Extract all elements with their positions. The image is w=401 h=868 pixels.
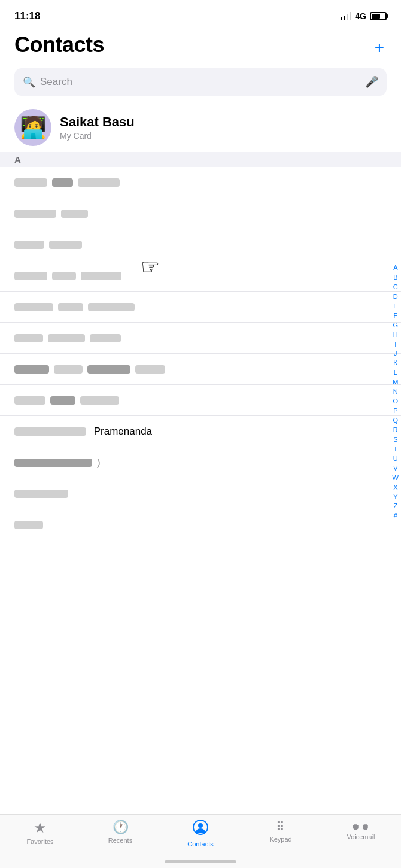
- status-bar: 11:18 4G: [0, 0, 401, 30]
- contact-suffix: ): [97, 457, 101, 469]
- tab-voicemail[interactable]: ⏺⏺ Voicemail: [321, 820, 401, 840]
- page-header: Contacts +: [0, 30, 401, 59]
- my-card-info: Saikat Basu My Card: [60, 114, 135, 141]
- list-item[interactable]: [0, 260, 401, 292]
- alpha-index[interactable]: A B C D E F G H I J K L M N O P Q R S T …: [393, 263, 401, 521]
- list-item[interactable]: [0, 385, 401, 416]
- alpha-Q[interactable]: Q: [393, 416, 399, 426]
- section-header-a: A: [0, 152, 401, 167]
- page-title: Contacts: [14, 32, 104, 57]
- alpha-S[interactable]: S: [393, 435, 397, 445]
- contact-list: Pramenanda ): [0, 167, 401, 541]
- tab-favorites-label: Favorites: [26, 838, 53, 845]
- alpha-K[interactable]: K: [393, 359, 397, 368]
- alpha-F[interactable]: F: [393, 311, 397, 321]
- alpha-H[interactable]: H: [393, 330, 398, 340]
- battery-icon: [370, 12, 387, 20]
- list-item[interactable]: [0, 198, 401, 229]
- tab-recents-label: Recents: [108, 837, 132, 844]
- list-item[interactable]: ): [0, 447, 401, 478]
- list-item[interactable]: [0, 167, 401, 198]
- favorites-icon: ★: [34, 820, 47, 836]
- alpha-T[interactable]: T: [393, 445, 397, 454]
- alpha-X[interactable]: X: [393, 483, 397, 493]
- alpha-O[interactable]: O: [393, 397, 399, 406]
- contact-partial-name: Pramenanda: [91, 426, 152, 438]
- status-time: 11:18: [14, 10, 40, 22]
- alpha-A[interactable]: A: [393, 263, 397, 273]
- search-icon: 🔍: [23, 76, 35, 89]
- microphone-icon[interactable]: 🎤: [365, 75, 378, 89]
- alpha-G[interactable]: G: [393, 321, 399, 330]
- alpha-J[interactable]: J: [394, 349, 397, 359]
- tab-keypad-label: Keypad: [269, 836, 291, 843]
- avatar: 🧑‍💻: [14, 109, 51, 146]
- search-container: 🔍 Search 🎤: [0, 61, 401, 103]
- recents-icon: 🕐: [113, 820, 129, 835]
- alpha-hash[interactable]: #: [394, 511, 397, 521]
- alpha-Y[interactable]: Y: [393, 493, 397, 502]
- list-item[interactable]: Pramenanda: [0, 416, 401, 447]
- alpha-V[interactable]: V: [393, 464, 397, 474]
- alpha-D[interactable]: D: [393, 292, 398, 302]
- tab-voicemail-label: Voicemail: [347, 833, 375, 840]
- signal-bars-icon: [341, 12, 351, 20]
- home-indicator: [165, 860, 236, 863]
- svg-point-1: [198, 823, 203, 828]
- alpha-U[interactable]: U: [393, 454, 398, 464]
- search-input[interactable]: Search: [40, 76, 360, 88]
- tab-keypad[interactable]: ⠿ Keypad: [241, 820, 321, 843]
- search-bar[interactable]: 🔍 Search 🎤: [14, 68, 387, 96]
- alpha-Z[interactable]: Z: [393, 502, 397, 511]
- alpha-R[interactable]: R: [393, 426, 398, 435]
- my-card-name: Saikat Basu: [60, 114, 135, 130]
- alpha-C[interactable]: C: [393, 283, 398, 292]
- alpha-N[interactable]: N: [393, 387, 398, 397]
- list-item[interactable]: [0, 509, 401, 541]
- my-card[interactable]: 🧑‍💻 Saikat Basu My Card: [0, 103, 401, 152]
- voicemail-icon: ⏺⏺: [351, 822, 370, 831]
- network-label: 4G: [355, 11, 366, 21]
- tab-favorites[interactable]: ★ Favorites: [0, 820, 80, 845]
- list-item[interactable]: [0, 229, 401, 260]
- tab-contacts[interactable]: Contacts: [160, 820, 241, 848]
- status-icons: 4G: [341, 11, 387, 21]
- list-item[interactable]: [0, 478, 401, 509]
- alpha-B[interactable]: B: [393, 273, 397, 283]
- list-item[interactable]: [0, 323, 401, 354]
- keypad-icon: ⠿: [276, 820, 285, 834]
- alpha-L[interactable]: L: [394, 368, 397, 378]
- avatar-emoji: 🧑‍💻: [20, 117, 47, 138]
- contacts-icon: [193, 820, 208, 839]
- list-item[interactable]: [0, 354, 401, 385]
- alpha-P[interactable]: P: [393, 406, 397, 416]
- my-card-subtitle: My Card: [60, 131, 135, 141]
- alpha-W[interactable]: W: [393, 474, 399, 483]
- list-item[interactable]: [0, 292, 401, 323]
- alpha-M[interactable]: M: [393, 378, 398, 387]
- alpha-I[interactable]: I: [394, 340, 396, 350]
- alpha-E[interactable]: E: [393, 302, 397, 311]
- add-contact-button[interactable]: +: [372, 37, 387, 59]
- tab-recents[interactable]: 🕐 Recents: [80, 820, 160, 844]
- tab-contacts-label: Contacts: [187, 840, 213, 848]
